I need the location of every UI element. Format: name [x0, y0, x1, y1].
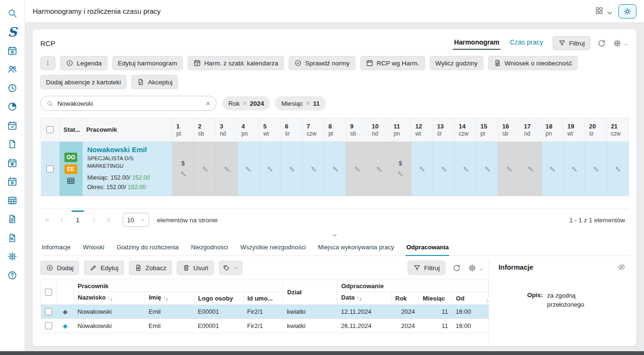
day-cell-18[interactable] — [542, 142, 563, 196]
edit-button[interactable]: Edytuj — [84, 261, 124, 275]
day-cell-1[interactable]: $ — [172, 142, 194, 196]
column-header-rok[interactable]: Rok — [391, 292, 419, 305]
detail-tab-godziny-do-rozliczenia[interactable]: Godziny do rozliczenia — [116, 241, 179, 256]
view-button[interactable]: Zobacz — [129, 261, 172, 275]
day-header-15[interactable]: 15pt — [476, 118, 498, 142]
day-header-4[interactable]: 4pn — [237, 118, 259, 142]
tab-czas-pracy[interactable]: Czas pracy — [509, 36, 544, 50]
day-header-13[interactable]: 13śr — [433, 118, 455, 142]
detail-filter-button[interactable]: Filtruj — [408, 261, 445, 275]
page-size-select[interactable]: 10 — [123, 213, 149, 227]
detail-tab-wnioski[interactable]: Wnioski — [82, 241, 105, 256]
day-cell-17[interactable] — [520, 142, 542, 196]
row-checkbox[interactable] — [46, 165, 54, 173]
last-page-button[interactable] — [102, 214, 114, 226]
day-cell-11[interactable]: $ — [390, 142, 411, 196]
select-all-checkbox[interactable] — [45, 289, 52, 296]
day-header-17[interactable]: 17nd — [520, 118, 542, 142]
layout-menu-button[interactable] — [595, 6, 611, 17]
day-header-2[interactable]: 2sb — [194, 118, 216, 142]
day-cell-13[interactable] — [433, 142, 455, 196]
sidebar-item-time[interactable] — [2, 79, 23, 98]
day-header-6[interactable]: 6śr — [281, 118, 303, 142]
refresh-button[interactable] — [597, 39, 606, 48]
detail-tab-miejsca-wykonywania-pracy[interactable]: Miejsca wykonywania pracy — [317, 241, 394, 256]
sidebar-item-calendar-check[interactable] — [2, 116, 23, 135]
day-cell-14[interactable] — [454, 142, 476, 196]
day-cell-2[interactable] — [194, 142, 216, 196]
row-checkbox[interactable] — [45, 322, 52, 329]
search-input[interactable] — [57, 100, 202, 107]
day-cell-21[interactable] — [607, 142, 628, 196]
sidebar-item-employees[interactable] — [2, 60, 23, 79]
column-header-nazwisko[interactable]: Nazwisko↑1 — [74, 292, 145, 305]
sidebar-item-worksheets[interactable] — [2, 191, 23, 210]
previous-page-button[interactable] — [55, 214, 68, 226]
day-header-19[interactable]: 19wt — [563, 118, 585, 142]
absence-request-button[interactable]: Wniosek o nieobecność — [488, 56, 578, 70]
column-header-logo-osoby[interactable]: Logo osoby — [194, 292, 244, 305]
current-page[interactable]: 1 — [71, 215, 85, 226]
sidebar-item-settings[interactable] — [2, 247, 23, 266]
employee-name-link[interactable]: Nowakowski Emil — [87, 146, 167, 154]
day-header-20[interactable]: 20śr — [585, 118, 607, 142]
day-cell-12[interactable] — [411, 142, 433, 196]
day-header-12[interactable]: 12wt — [411, 118, 433, 142]
detail-tab-informacje[interactable]: Informacje — [41, 241, 71, 256]
day-header-11[interactable]: 11pn — [390, 118, 411, 142]
schedule-row[interactable]: OOEENowakowski EmilSPECJALISTA D/S MARKE… — [41, 142, 629, 196]
day-cell-7[interactable] — [303, 142, 325, 196]
day-cell-15[interactable] — [476, 142, 498, 196]
day-cell-9[interactable] — [346, 142, 368, 196]
sidebar-item-logo-s[interactable]: S — [2, 23, 23, 42]
day-header-14[interactable]: 14czw — [454, 118, 476, 142]
column-header-od[interactable]: Od — [452, 292, 489, 305]
collapse-handle[interactable] — [40, 231, 629, 239]
select-all-checkbox[interactable] — [46, 126, 54, 133]
day-cell-10[interactable] — [368, 142, 390, 196]
day-header-16[interactable]: 16sb — [498, 118, 520, 142]
rcp-by-schedule-button[interactable]: RCP wg Harm. — [360, 56, 425, 70]
day-header-8[interactable]: 8pt — [324, 118, 346, 142]
day-cell-20[interactable] — [585, 142, 607, 196]
filter-button[interactable]: Filtruj — [553, 36, 590, 50]
sidebar-item-search[interactable] — [2, 4, 23, 23]
column-header-imie[interactable]: Imię↑2 — [145, 292, 194, 305]
filter-chip-rok[interactable]: Rok=2024 — [222, 96, 270, 110]
table-row[interactable]: ◆NowakowskiEmilE00001Fir2/1kwiatki12.11.… — [41, 305, 489, 319]
status-cell[interactable]: OOEE — [60, 142, 82, 196]
sidebar-item-schedules[interactable] — [2, 173, 23, 191]
day-header-1[interactable]: 1pt — [172, 118, 194, 142]
day-header-21[interactable]: 21czw — [607, 118, 628, 142]
day-header-10[interactable]: 10nd — [368, 118, 390, 142]
detail-refresh-button[interactable] — [452, 264, 461, 273]
day-cell-3[interactable] — [216, 142, 237, 196]
sidebar-item-doc-list[interactable] — [2, 210, 23, 229]
day-header-5[interactable]: 5wt — [259, 118, 281, 142]
add-absences-button[interactable]: Dodaj absencje z kartoteki — [40, 75, 127, 89]
more-actions-button[interactable] — [40, 56, 55, 70]
sidebar-item-schedule-settings[interactable] — [2, 41, 23, 60]
table-row[interactable]: ◆NowakowskiEmilE00001Fir2/1kwiatki26.11.… — [41, 319, 489, 333]
sidebar-item-doc-settings[interactable] — [2, 228, 23, 247]
schedule-from-template-button[interactable]: Harm. z szabl. kalendarza — [188, 56, 284, 70]
day-header-7[interactable]: 7czw — [303, 118, 325, 142]
first-page-button[interactable] — [41, 214, 54, 226]
sidebar-item-documents[interactable] — [2, 135, 23, 154]
day-cell-6[interactable] — [281, 142, 303, 196]
sidebar-item-help[interactable] — [2, 266, 23, 285]
day-cell-16[interactable] — [498, 142, 520, 196]
tags-button[interactable] — [219, 261, 243, 275]
filter-chip-miesiac[interactable]: Miesiąc=11 — [275, 96, 326, 110]
eye-off-icon[interactable] — [617, 263, 626, 272]
sidebar-item-calendar-at[interactable] — [2, 154, 23, 173]
legend-button[interactable]: Legenda — [60, 56, 108, 70]
next-page-button[interactable] — [88, 214, 100, 226]
add-button[interactable]: Dodaj — [40, 261, 79, 275]
detail-tab-odpracowania[interactable]: Odpracowania — [406, 241, 449, 256]
search-box[interactable]: × — [40, 96, 217, 111]
accept-button[interactable]: Akceptuj — [131, 75, 178, 89]
detail-settings-button[interactable] — [468, 264, 484, 273]
row-checkbox[interactable] — [45, 308, 52, 315]
module-toggle-button[interactable] — [618, 4, 636, 18]
